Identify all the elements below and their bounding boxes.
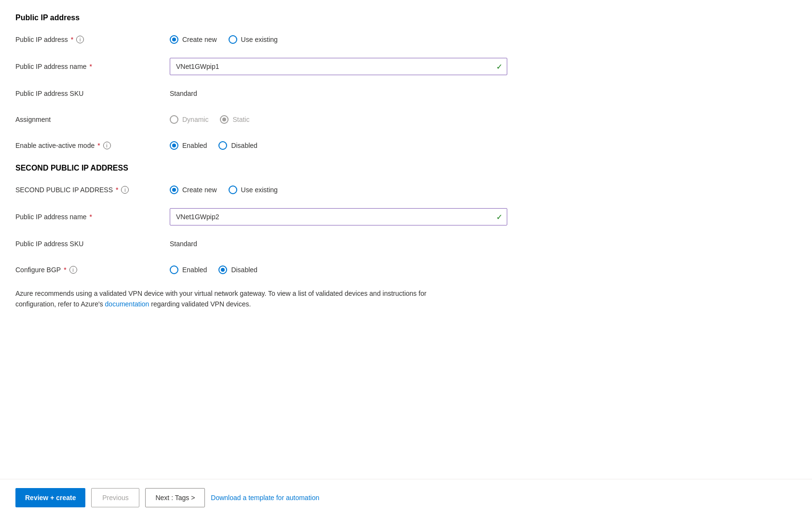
pip-sku-value: Standard	[170, 90, 197, 97]
active-active-info-icon[interactable]: i	[103, 142, 111, 149]
pip-name-wrapper: ✓	[170, 58, 507, 75]
bgp-disabled-input[interactable]	[218, 265, 227, 274]
bgp-enabled-input[interactable]	[170, 265, 178, 274]
documentation-link[interactable]: documentation	[105, 300, 149, 308]
assignment-static: Static	[220, 115, 249, 124]
assignment-dynamic: Dynamic	[170, 115, 208, 124]
section-title-pip: Public IP address	[15, 13, 511, 22]
label-active-active: Enable active-active mode * i	[15, 142, 170, 149]
required-star-2: *	[90, 63, 92, 70]
notice-text: Azure recommends using a validated VPN d…	[15, 288, 449, 310]
download-template-link[interactable]: Download a template for automation	[211, 494, 319, 502]
active-active-enabled[interactable]: Enabled	[170, 141, 207, 150]
second-pip-name-control: ✓	[170, 208, 511, 225]
assignment-radio-group: Dynamic Static	[170, 115, 249, 124]
label-pip-name: Public IP address name *	[15, 63, 170, 70]
pip-type-use-existing[interactable]: Use existing	[229, 35, 278, 44]
active-active-radio-group: Enabled Disabled	[170, 141, 257, 150]
second-pip-sku-control: Standard	[170, 240, 511, 248]
required-star-4: *	[116, 186, 118, 194]
second-pip-type-info-icon[interactable]: i	[121, 186, 129, 194]
row-second-pip-name: Public IP address name * ✓	[15, 208, 511, 225]
section-public-ip: Public IP address Public IP address * i …	[15, 13, 511, 153]
label-pip-type: Public IP address * i	[15, 36, 170, 43]
second-pip-name-wrapper: ✓	[170, 208, 507, 225]
section-second-pip: SECOND PUBLIC IP ADDRESS SECOND PUBLIC I…	[15, 164, 511, 278]
active-active-disabled-input[interactable]	[218, 141, 227, 150]
label-pip-sku: Public IP address SKU	[15, 90, 170, 97]
second-pip-name-check-icon: ✓	[496, 212, 502, 222]
second-pip-use-existing[interactable]: Use existing	[229, 185, 278, 194]
row-configure-bgp: Configure BGP * i Enabled Disabled	[15, 262, 511, 278]
row-pip-type: Public IP address * i Create new Use exi…	[15, 32, 511, 47]
bgp-disabled[interactable]: Disabled	[218, 265, 257, 274]
next-button[interactable]: Next : Tags >	[145, 488, 205, 507]
second-pip-type-control: Create new Use existing	[170, 185, 511, 194]
previous-button[interactable]: Previous	[91, 488, 139, 507]
pip-sku-control: Standard	[170, 90, 511, 97]
required-star-5: *	[90, 213, 92, 221]
review-create-button[interactable]: Review + create	[15, 488, 85, 507]
pip-type-use-existing-input[interactable]	[229, 35, 237, 44]
required-star-6: *	[64, 266, 66, 274]
pip-type-radio-group: Create new Use existing	[170, 35, 278, 44]
pip-name-control: ✓	[170, 58, 511, 75]
row-active-active: Enable active-active mode * i Enabled Di…	[15, 138, 511, 153]
row-pip-name: Public IP address name * ✓	[15, 58, 511, 75]
configure-bgp-info-icon[interactable]: i	[69, 266, 77, 274]
main-content: Public IP address Public IP address * i …	[0, 0, 530, 479]
configure-bgp-control: Enabled Disabled	[170, 265, 511, 274]
label-second-pip-type: SECOND PUBLIC IP ADDRESS * i	[15, 186, 170, 194]
label-second-pip-sku: Public IP address SKU	[15, 240, 170, 248]
active-active-control: Enabled Disabled	[170, 141, 511, 150]
second-pip-use-existing-input[interactable]	[229, 185, 237, 194]
second-pip-type-radio-group: Create new Use existing	[170, 185, 278, 194]
footer: Review + create Previous Next : Tags > D…	[0, 479, 812, 516]
section-title-second-pip: SECOND PUBLIC IP ADDRESS	[15, 164, 511, 172]
row-second-pip-sku: Public IP address SKU Standard	[15, 236, 511, 251]
label-assignment: Assignment	[15, 116, 170, 123]
required-star: *	[71, 36, 73, 43]
label-configure-bgp: Configure BGP * i	[15, 266, 170, 274]
required-star-3: *	[97, 142, 100, 149]
pip-type-control: Create new Use existing	[170, 35, 511, 44]
assignment-control: Dynamic Static	[170, 115, 511, 124]
assignment-dynamic-input	[170, 115, 178, 124]
active-active-enabled-input[interactable]	[170, 141, 178, 150]
row-second-pip-type: SECOND PUBLIC IP ADDRESS * i Create new …	[15, 182, 511, 198]
second-pip-name-input[interactable]	[170, 208, 507, 225]
second-pip-create-new-input[interactable]	[170, 185, 178, 194]
second-pip-create-new[interactable]: Create new	[170, 185, 217, 194]
second-pip-sku-value: Standard	[170, 240, 197, 248]
pip-name-input[interactable]	[170, 58, 507, 75]
configure-bgp-radio-group: Enabled Disabled	[170, 265, 257, 274]
row-assignment: Assignment Dynamic Static	[15, 112, 511, 127]
label-second-pip-name: Public IP address name *	[15, 213, 170, 221]
bgp-enabled[interactable]: Enabled	[170, 265, 207, 274]
pip-type-info-icon[interactable]: i	[76, 36, 84, 43]
assignment-static-input	[220, 115, 229, 124]
pip-name-check-icon: ✓	[496, 62, 502, 71]
pip-type-create-new[interactable]: Create new	[170, 35, 217, 44]
pip-type-create-new-input[interactable]	[170, 35, 178, 44]
active-active-disabled[interactable]: Disabled	[218, 141, 257, 150]
row-pip-sku: Public IP address SKU Standard	[15, 86, 511, 101]
